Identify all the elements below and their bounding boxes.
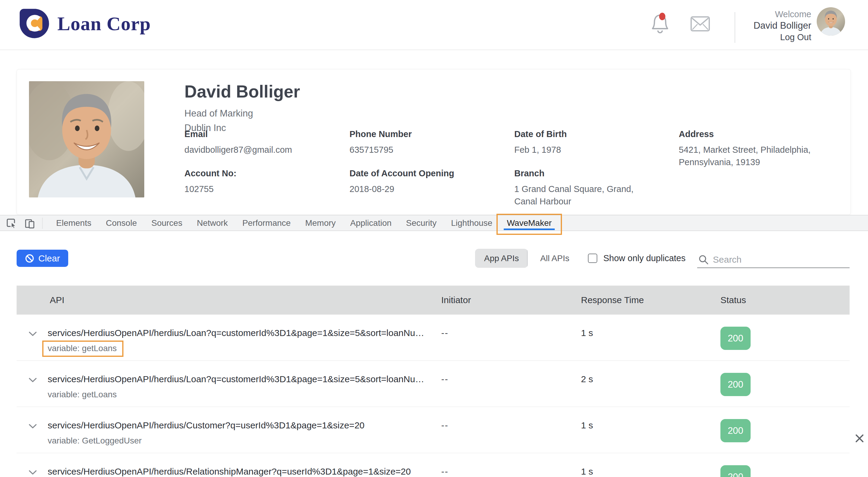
top-header: Loan Corp Welcome David Bolliger Log Out xyxy=(0,0,868,50)
field-address: Address 5421, Market Street, Philadelphi… xyxy=(679,129,824,169)
inspect-element-icon[interactable] xyxy=(6,218,17,229)
search-input[interactable] xyxy=(713,252,847,267)
initiator-value: -- xyxy=(441,467,448,477)
tab-sources[interactable]: Sources xyxy=(144,215,189,231)
status-badge: 200 xyxy=(720,327,751,350)
status-badge: 200 xyxy=(720,419,751,442)
column-header-initiator: Initiator xyxy=(441,286,471,315)
customer-profile-card: David Bolliger Head of Marking Dublin In… xyxy=(17,69,851,215)
initiator-value: -- xyxy=(441,374,448,384)
search-field xyxy=(697,252,849,268)
chevron-down-icon[interactable] xyxy=(29,470,37,475)
tab-elements[interactable]: Elements xyxy=(49,215,99,231)
tab-performance[interactable]: Performance xyxy=(235,215,298,231)
table-row[interactable]: services/HerdiusOpenAPI/herdius/Loan?q=c… xyxy=(17,315,849,361)
brand-logo[interactable]: Loan Corp xyxy=(19,8,151,40)
response-time-value: 1 s xyxy=(581,467,593,477)
field-value: 1 Grand Canal Square, Grand, Canal Harbo… xyxy=(514,183,653,208)
devtools-toolbar: Elements Console Sources Network Perform… xyxy=(0,215,868,231)
field-account-no: Account No: 102755 xyxy=(184,169,236,195)
initiator-value: -- xyxy=(441,328,448,338)
field-value: 2018-08-29 xyxy=(349,183,454,195)
field-email: Email davidbolliger87@gmail.com xyxy=(184,129,292,156)
clear-prohibition-icon xyxy=(25,254,34,263)
devtools-close-icon[interactable] xyxy=(855,434,864,443)
table-row[interactable]: services/HerdiusOpenAPI/herdius/Customer… xyxy=(17,407,849,453)
api-variable: variable: GetLoggedUser xyxy=(48,436,142,446)
clear-button-label: Clear xyxy=(38,253,60,264)
filter-all-apis[interactable]: All APIs xyxy=(540,249,569,268)
status-badge: 200 xyxy=(720,373,751,396)
api-variable: variable: getLoans xyxy=(48,390,117,399)
field-label: Date of Birth xyxy=(514,129,567,139)
tab-memory[interactable]: Memory xyxy=(298,215,343,231)
tab-lighthouse[interactable]: Lighthouse xyxy=(444,215,499,231)
clear-button[interactable]: Clear xyxy=(17,250,68,267)
welcome-label: Welcome xyxy=(754,8,811,20)
show-only-duplicates-label[interactable]: Show only duplicates xyxy=(603,253,685,263)
duplicates-filter: Show only duplicates xyxy=(588,249,685,268)
field-label: Phone Number xyxy=(349,129,412,139)
brand-name: Loan Corp xyxy=(57,13,151,35)
api-table: API Initiator Response Time Status servi… xyxy=(17,286,849,477)
logout-link[interactable]: Log Out xyxy=(754,31,811,43)
header-divider xyxy=(735,12,735,43)
field-phone: Phone Number 635715795 xyxy=(349,129,412,156)
table-header: API Initiator Response Time Status xyxy=(17,286,849,315)
tab-network[interactable]: Network xyxy=(189,215,235,231)
field-value: 635715795 xyxy=(349,144,412,156)
loan-corp-logo-icon xyxy=(19,8,51,40)
response-time-value: 1 s xyxy=(581,328,593,338)
field-label: Email xyxy=(184,129,292,139)
field-value: Feb 1, 1978 xyxy=(514,144,567,156)
field-dob: Date of Birth Feb 1, 1978 xyxy=(514,129,567,156)
active-tab-underline xyxy=(504,229,554,230)
customer-photo xyxy=(29,81,144,198)
column-header-response-time: Response Time xyxy=(581,286,644,315)
app-root: Loan Corp Welcome David Bolliger Log Out xyxy=(0,0,868,477)
api-variable-annotated: variable: getLoans xyxy=(42,340,123,357)
customer-job-title: Head of Marking xyxy=(184,108,253,119)
filter-app-apis[interactable]: App APIs xyxy=(475,249,528,268)
tab-application[interactable]: Application xyxy=(343,215,399,231)
response-time-value: 1 s xyxy=(581,420,593,430)
field-value: 102755 xyxy=(184,183,236,195)
chevron-down-icon[interactable] xyxy=(29,424,37,429)
show-only-duplicates-checkbox[interactable] xyxy=(588,254,597,263)
api-url: services/HerdiusOpenAPI/herdius/Loan?q=c… xyxy=(48,374,424,384)
tab-console[interactable]: Console xyxy=(99,215,144,231)
header-user-name: David Bolliger xyxy=(754,20,811,31)
tab-security[interactable]: Security xyxy=(399,215,444,231)
notifications-bell-icon[interactable] xyxy=(651,13,669,34)
messages-envelope-icon[interactable] xyxy=(690,16,710,31)
response-time-value: 2 s xyxy=(581,374,593,384)
column-header-status: Status xyxy=(720,286,746,315)
api-url: services/HerdiusOpenAPI/herdius/Customer… xyxy=(48,420,365,430)
field-account-opening: Date of Account Opening 2018-08-29 xyxy=(349,169,454,195)
api-url: services/HerdiusOpenAPI/herdius/Relation… xyxy=(48,467,411,477)
filter-divider xyxy=(527,250,528,266)
user-avatar[interactable] xyxy=(817,7,845,36)
device-toolbar-icon[interactable] xyxy=(25,218,35,229)
toolbar-divider xyxy=(42,218,42,229)
chevron-down-icon[interactable] xyxy=(29,378,37,383)
field-branch: Branch 1 Grand Canal Square, Grand, Cana… xyxy=(514,169,653,208)
field-value: 5421, Market Street, Philadelphia, Penns… xyxy=(679,144,824,169)
status-badge: 200 xyxy=(720,465,751,477)
field-label: Branch xyxy=(514,169,653,178)
field-label: Account No: xyxy=(184,169,236,178)
table-row[interactable]: services/HerdiusOpenAPI/herdius/Relation… xyxy=(17,453,849,477)
field-label: Date of Account Opening xyxy=(349,169,454,178)
initiator-value: -- xyxy=(441,420,448,430)
welcome-block: Welcome David Bolliger Log Out xyxy=(754,8,811,43)
customer-name: David Bolliger xyxy=(184,82,300,101)
column-header-api: API xyxy=(50,286,64,315)
table-row[interactable]: services/HerdiusOpenAPI/herdius/Loan?q=c… xyxy=(17,361,849,407)
api-url: services/HerdiusOpenAPI/herdius/Loan?q=c… xyxy=(48,328,424,338)
search-icon xyxy=(699,255,709,265)
tab-wavemaker[interactable]: WaveMaker xyxy=(499,215,559,231)
chevron-down-icon[interactable] xyxy=(29,331,37,337)
devtools-tabs: Elements Console Sources Network Perform… xyxy=(49,215,559,231)
field-label: Address xyxy=(679,129,824,139)
field-value: davidbolliger87@gmail.com xyxy=(184,144,292,156)
